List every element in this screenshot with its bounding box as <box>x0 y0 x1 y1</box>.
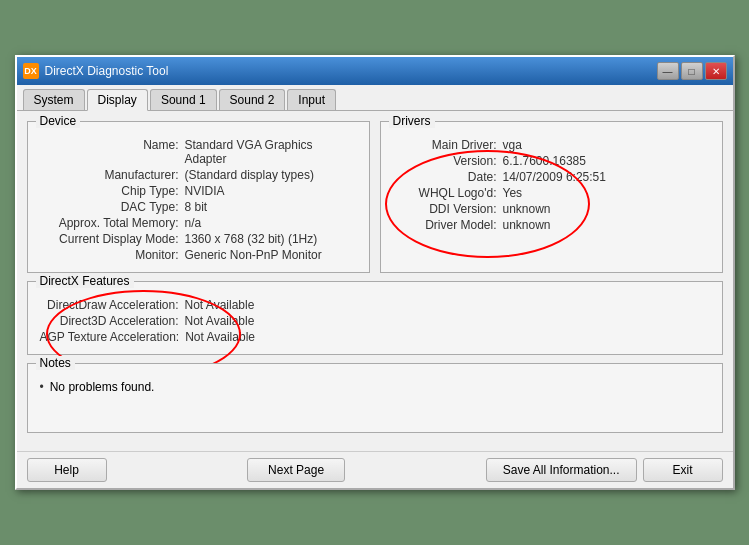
close-button[interactable]: ✕ <box>705 62 727 80</box>
tab-system[interactable]: System <box>23 89 85 110</box>
drivers-date-value: 14/07/2009 6:25:51 <box>503 170 606 184</box>
drivers-date-row: Date: 14/07/2009 6:25:51 <box>393 170 710 184</box>
drivers-version-label: Version: <box>393 154 503 168</box>
main-window: DX DirectX Diagnostic Tool — □ ✕ System … <box>15 55 735 490</box>
drivers-ddi-row: DDI Version: unknown <box>393 202 710 216</box>
save-button[interactable]: Save All Information... <box>486 458 637 482</box>
device-monitor-row: Monitor: Generic Non-PnP Monitor <box>40 248 357 262</box>
device-info-table: Name: Standard VGA Graphics Adapter Manu… <box>40 138 357 262</box>
device-monitor-value: Generic Non-PnP Monitor <box>185 248 322 262</box>
notes-item: No problems found. <box>50 380 155 394</box>
notes-section-title: Notes <box>36 356 75 370</box>
features-direct3d-label: Direct3D Acceleration: <box>40 314 185 328</box>
app-icon: DX <box>23 63 39 79</box>
drivers-version-value: 6.1.7600.16385 <box>503 154 586 168</box>
device-dactype-label: DAC Type: <box>40 200 185 214</box>
device-manufacturer-label: Manufacturer: <box>40 168 185 182</box>
drivers-maindriver-row: Main Driver: vga <box>393 138 710 152</box>
device-totalmem-row: Approx. Total Memory: n/a <box>40 216 357 230</box>
features-section-title: DirectX Features <box>36 274 134 288</box>
tab-display[interactable]: Display <box>87 89 148 111</box>
device-section: Device Name: Standard VGA Graphics Adapt… <box>27 121 370 273</box>
drivers-version-row: Version: 6.1.7600.16385 <box>393 154 710 168</box>
right-buttons: Save All Information... Exit <box>486 458 723 482</box>
device-name-row: Name: Standard VGA Graphics Adapter <box>40 138 357 166</box>
window-title: DirectX Diagnostic Tool <box>45 64 169 78</box>
tab-bar: System Display Sound 1 Sound 2 Input <box>17 85 733 111</box>
features-direct3d-row: Direct3D Acceleration: Not Available <box>40 314 710 328</box>
features-directdraw-value: Not Available <box>185 298 255 312</box>
device-dactype-row: DAC Type: 8 bit <box>40 200 357 214</box>
minimize-button[interactable]: — <box>657 62 679 80</box>
bottom-bar: Help Next Page Save All Information... E… <box>17 451 733 488</box>
exit-button[interactable]: Exit <box>643 458 723 482</box>
drivers-maindriver-value: vga <box>503 138 522 152</box>
drivers-whql-label: WHQL Logo'd: <box>393 186 503 200</box>
device-drivers-row: Device Name: Standard VGA Graphics Adapt… <box>27 121 723 273</box>
drivers-model-row: Driver Model: unknown <box>393 218 710 232</box>
features-agp-label: AGP Texture Acceleration: <box>40 330 186 344</box>
features-info-table: DirectDraw Acceleration: Not Available D… <box>40 298 710 344</box>
notes-content: • No problems found. <box>40 380 710 394</box>
drivers-section-title: Drivers <box>389 114 435 128</box>
device-name-value: Standard VGA Graphics Adapter <box>185 138 357 166</box>
drivers-model-label: Driver Model: <box>393 218 503 232</box>
drivers-ddi-value: unknown <box>503 202 551 216</box>
device-displaymode-value: 1360 x 768 (32 bit) (1Hz) <box>185 232 318 246</box>
tab-sound1[interactable]: Sound 1 <box>150 89 217 110</box>
next-page-button[interactable]: Next Page <box>247 458 345 482</box>
features-direct3d-value: Not Available <box>185 314 255 328</box>
device-dactype-value: 8 bit <box>185 200 208 214</box>
main-content: Device Name: Standard VGA Graphics Adapt… <box>17 111 733 451</box>
features-directdraw-label: DirectDraw Acceleration: <box>40 298 185 312</box>
device-displaymode-row: Current Display Mode: 1360 x 768 (32 bit… <box>40 232 357 246</box>
drivers-date-label: Date: <box>393 170 503 184</box>
tab-input[interactable]: Input <box>287 89 336 110</box>
help-button[interactable]: Help <box>27 458 107 482</box>
drivers-whql-value: Yes <box>503 186 523 200</box>
maximize-button[interactable]: □ <box>681 62 703 80</box>
device-manufacturer-row: Manufacturer: (Standard display types) <box>40 168 357 182</box>
device-monitor-label: Monitor: <box>40 248 185 262</box>
title-bar: DX DirectX Diagnostic Tool — □ ✕ <box>17 57 733 85</box>
device-section-title: Device <box>36 114 81 128</box>
title-buttons: — □ ✕ <box>657 62 727 80</box>
drivers-ddi-label: DDI Version: <box>393 202 503 216</box>
device-chiptype-value: NVIDIA <box>185 184 225 198</box>
tab-sound2[interactable]: Sound 2 <box>219 89 286 110</box>
drivers-section: Drivers Main Driver: vga Version: 6.1.76… <box>380 121 723 273</box>
device-totalmem-label: Approx. Total Memory: <box>40 216 185 230</box>
features-agp-value: Not Available <box>185 330 255 344</box>
device-chiptype-row: Chip Type: NVIDIA <box>40 184 357 198</box>
features-agp-row: AGP Texture Acceleration: Not Available <box>40 330 710 344</box>
drivers-maindriver-label: Main Driver: <box>393 138 503 152</box>
drivers-model-value: unknown <box>503 218 551 232</box>
drivers-info-table: Main Driver: vga Version: 6.1.7600.16385… <box>393 138 710 232</box>
drivers-whql-row: WHQL Logo'd: Yes <box>393 186 710 200</box>
features-directdraw-row: DirectDraw Acceleration: Not Available <box>40 298 710 312</box>
notes-bullet: • <box>40 380 44 394</box>
device-chiptype-label: Chip Type: <box>40 184 185 198</box>
device-displaymode-label: Current Display Mode: <box>40 232 185 246</box>
title-bar-left: DX DirectX Diagnostic Tool <box>23 63 169 79</box>
device-totalmem-value: n/a <box>185 216 202 230</box>
notes-section: Notes • No problems found. <box>27 363 723 433</box>
features-section: DirectX Features DirectDraw Acceleration… <box>27 281 723 355</box>
device-manufacturer-value: (Standard display types) <box>185 168 314 182</box>
device-name-label: Name: <box>40 138 185 166</box>
